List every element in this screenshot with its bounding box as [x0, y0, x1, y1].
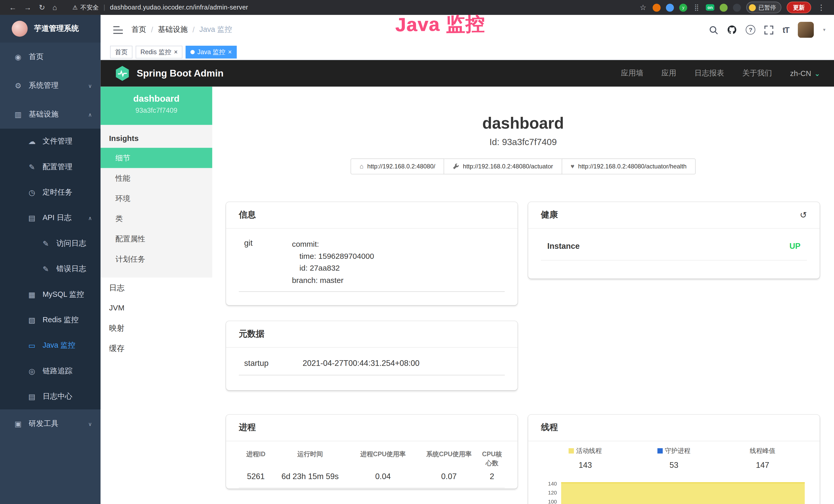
mysql-icon: ▦ [28, 290, 36, 299]
health-instance-label: Instance [547, 241, 580, 250]
document-icon: ▤ [28, 214, 36, 222]
sidebar-item-label: 错误日志 [57, 264, 86, 274]
legend-label: 守护进程 [665, 447, 690, 455]
back-icon[interactable]: ← [9, 0, 17, 15]
sidebar-item-config-management[interactable]: ✎ 配置管理 [0, 154, 101, 180]
bookmark-star-icon[interactable]: ☆ [640, 0, 646, 15]
service-url-link[interactable]: ⌂ http://192.168.0.2:48080/ [351, 158, 444, 174]
extension-icon-orange[interactable] [653, 3, 661, 11]
instance-box[interactable]: dashboard 93a3fc7f7409 [101, 87, 212, 125]
browser-menu-icon[interactable]: ⋮ [817, 0, 825, 15]
breadcrumb-home[interactable]: 首页 [131, 25, 146, 35]
font-size-icon[interactable]: tT [783, 25, 789, 34]
process-card-title: 进程 [239, 422, 256, 433]
legend-daemon-threads: 守护进程 53 [630, 446, 718, 469]
sidebar-item-scheduled-jobs[interactable]: ◷ 定时任务 [0, 180, 101, 205]
sba-language-select[interactable]: zh-CN ⌄ [790, 69, 820, 77]
sidebar-item-java-monitor[interactable]: ▭ Java 监控 [0, 333, 101, 358]
search-icon[interactable] [709, 25, 718, 34]
user-avatar[interactable] [798, 22, 814, 38]
header-actions: ? tT ▾ [709, 22, 834, 38]
cards-right-column: 健康 ↺ Instance UP 线程 [528, 202, 820, 504]
extension-icon-on-badge[interactable]: on [706, 4, 714, 11]
info-git-row: git commit: time: 1596289704000 id: 27aa… [239, 237, 505, 292]
tab-label: Java 监控 [197, 47, 225, 56]
infrastructure-submenu: ☁ 文件管理 ✎ 配置管理 ◷ 定时任务 ▤ API 日志 ∧ ✎ [0, 129, 101, 409]
breadcrumb-infrastructure[interactable]: 基础设施 [158, 25, 188, 35]
user-menu-caret-icon[interactable]: ▾ [823, 27, 825, 32]
paused-extension-badge[interactable]: 已暂停 [746, 2, 781, 13]
sidebar-item-system[interactable]: ⚙ 系统管理 ∨ [0, 71, 101, 100]
update-button[interactable]: 更新 [787, 2, 811, 13]
sba-nav-wallboard[interactable]: 应用墙 [621, 69, 643, 78]
sba-menu-mappings[interactable]: 映射 [101, 318, 212, 338]
github-icon[interactable] [727, 25, 737, 35]
git-commit-line: commit: [292, 238, 505, 250]
sba-menu-logs[interactable]: 日志 [101, 278, 212, 298]
extension-icon-grid[interactable]: ⣿ [693, 3, 701, 11]
sba-menu-jvm[interactable]: JVM [101, 298, 212, 318]
security-label[interactable]: 不安全 [81, 3, 98, 11]
tab-redis-monitor[interactable]: Redis 监控 × [136, 46, 182, 59]
sba-menu-details[interactable]: 细节 [101, 148, 212, 168]
actuator-url-link[interactable]: http://192.168.0.2:48080/actuator [444, 158, 562, 174]
close-icon[interactable]: × [174, 49, 178, 55]
help-icon[interactable]: ? [746, 25, 755, 35]
sidebar-item-file-management[interactable]: ☁ 文件管理 [0, 129, 101, 154]
tab-java-monitor[interactable]: Java 监控 × [186, 46, 237, 59]
sba-menu-environment[interactable]: 环境 [101, 188, 212, 208]
sba-menu-caches[interactable]: 缓存 [101, 338, 212, 359]
reload-icon[interactable]: ↻ [39, 0, 45, 15]
extension-icon-blue[interactable] [666, 3, 674, 11]
sidebar-item-api-logs[interactable]: ▤ API 日志 ∧ [0, 205, 101, 231]
sidebar-item-mysql-monitor[interactable]: ▦ MySQL 监控 [0, 282, 101, 307]
sidebar-item-home[interactable]: ◉ 首页 [0, 43, 101, 71]
sba-brand-title[interactable]: Spring Boot Admin [137, 68, 223, 79]
sba-root-items: 日志 JVM 映射 缓存 [101, 278, 212, 359]
sidebar-item-label: 链路追踪 [43, 366, 72, 376]
sidebar-item-infrastructure[interactable]: ▥ 基础设施 ∧ [0, 100, 101, 129]
git-id-line: id: 27aa832 [292, 262, 505, 274]
browser-home-icon[interactable]: ⌂ [52, 0, 57, 15]
sba-body: dashboard 93a3fc7f7409 Insights 细节 性能 环境… [101, 87, 834, 504]
paused-emoji-icon [749, 4, 756, 11]
sidebar-item-label: 基础设施 [29, 110, 59, 119]
close-icon[interactable]: × [228, 49, 232, 55]
sidebar-item-trace[interactable]: ◎ 链路追踪 [0, 359, 101, 384]
sidebar-item-access-logs[interactable]: ✎ 访问日志 [0, 231, 101, 256]
app-logo[interactable]: 芋道管理系统 [0, 15, 101, 43]
tab-bar: 首页 Redis 监控 × Java 监控 × [101, 45, 834, 60]
sidebar-item-log-center[interactable]: ▤ 日志中心 [0, 384, 101, 409]
extension-icon-green[interactable]: y [679, 3, 687, 11]
fullscreen-icon[interactable] [764, 25, 773, 34]
legend-label: 线程峰值 [750, 447, 775, 455]
collapse-sidebar-icon[interactable] [113, 26, 123, 33]
sba-menu-metrics[interactable]: 性能 [101, 168, 212, 188]
extension-icon-leaf[interactable] [720, 3, 728, 11]
sba-menu-scheduled-tasks[interactable]: 计划任务 [101, 249, 212, 269]
sidebar-item-error-logs[interactable]: ✎ 错误日志 [0, 256, 101, 282]
sba-menu-classes[interactable]: 类 [101, 208, 212, 229]
threads-chart-plot [561, 479, 807, 504]
sba-nav-applications[interactable]: 应用 [661, 69, 676, 78]
sidebar-item-devtools[interactable]: ▣ 研发工具 ∨ [0, 410, 101, 438]
history-refresh-icon[interactable]: ↺ [800, 210, 807, 220]
extension-icon-dark[interactable] [733, 3, 741, 11]
sba-nav-about[interactable]: 关于我们 [742, 69, 772, 78]
redis-icon: ▧ [28, 316, 36, 324]
legend-peak-threads: 线程峰值 147 [718, 446, 807, 469]
process-table-headers: 进程ID 运行时间 进程CPU使用率 系统CPU使用率 CPU核心数 [239, 445, 505, 468]
sba-menu-configprops[interactable]: 配置属性 [101, 229, 212, 249]
threads-chart: 140 120 100 [541, 479, 807, 504]
sidebar-item-redis-monitor[interactable]: ▧ Redis 监控 [0, 307, 101, 333]
sba-language-value: zh-CN [790, 69, 811, 77]
chevron-up-icon: ∧ [88, 215, 92, 221]
forward-icon[interactable]: → [24, 0, 31, 15]
health-url-link[interactable]: ♥ http://192.168.0.2:48080/actuator/heal… [562, 158, 696, 174]
warning-icon[interactable]: ⚠ [72, 4, 78, 11]
sba-nav-journal[interactable]: 日志报表 [694, 69, 724, 78]
sidebar-item-label: Redis 监控 [43, 315, 79, 325]
tab-home[interactable]: 首页 [110, 46, 133, 59]
sidebar-item-label: 定时任务 [43, 188, 72, 197]
address-bar-url[interactable]: dashboard.yudao.iocoder.cn/infra/admin-s… [110, 4, 248, 11]
